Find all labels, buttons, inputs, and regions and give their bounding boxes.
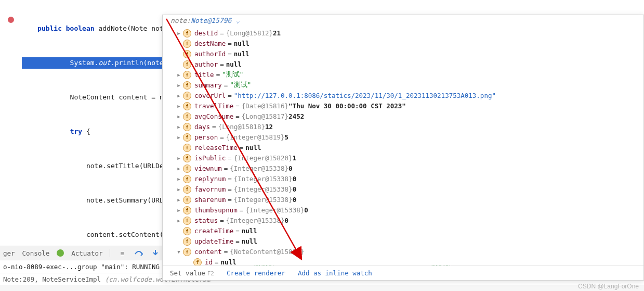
expand-icon[interactable]: ▼ (176, 249, 181, 255)
variable-row[interactable]: ▶fsummary= "测试" (163, 80, 643, 91)
tab-debugger[interactable]: ger (3, 249, 15, 257)
chevron-down-icon[interactable]: ⌄ (235, 17, 240, 24)
add-inline-watch-action[interactable]: Add as inline watch (298, 269, 372, 277)
field-icon: f (183, 237, 191, 246)
expand-icon[interactable]: ▶ (176, 166, 181, 171)
variable-row[interactable]: ▶fdestId= {Long@15812} 21 (163, 28, 643, 39)
expand-icon[interactable]: ▶ (176, 187, 181, 192)
variable-value: "测试" (222, 70, 243, 79)
variable-row[interactable]: fdestName= null (163, 39, 643, 49)
field-icon: f (183, 217, 191, 225)
variable-row[interactable]: freleaseTime= null (163, 143, 643, 153)
variable-row[interactable]: ▶freplynum= {Integer@15338} 0 (163, 174, 643, 184)
variable-row[interactable]: ▼fcontent= {NoteContent@15811} (163, 247, 643, 257)
variable-row[interactable]: ▶ftitle= "测试" (163, 70, 643, 80)
variable-name: replynum (194, 175, 226, 183)
restart-frame-icon[interactable]: ≡ (117, 248, 127, 258)
field-icon: f (183, 248, 191, 256)
create-renderer-action[interactable]: Create renderer (227, 269, 285, 277)
variable-row[interactable]: fauthorId= null (163, 49, 643, 59)
variable-type: {Integer@15338} (234, 185, 293, 193)
variable-value: 5 (285, 133, 289, 141)
variable-type: {Integer@15338} (234, 175, 293, 183)
variable-row[interactable]: ▶fviewnum= {Integer@15338} 0 (163, 163, 643, 174)
variable-type: {Long@15812} (226, 29, 273, 37)
variable-name: viewnum (194, 165, 222, 172)
variable-type: {Integer@15338} (245, 206, 304, 214)
variable-row[interactable]: ▶ftravelTime= {Date@15816} "Thu Nov 30 0… (163, 101, 643, 111)
variables-tree[interactable]: ▶fdestId= {Long@15812} 21fdestName= null… (163, 26, 643, 265)
variable-row[interactable]: ▶fsharenum= {Integer@15338} 0 (163, 195, 643, 205)
set-value-action[interactable]: Set valueF2 (170, 269, 214, 277)
tab-actuator[interactable]: Actuator (71, 249, 102, 257)
debug-variables-popup[interactable]: note: Note@15796 ⌄ ▶fdestId= {Long@15812… (162, 15, 644, 281)
variable-value: 0 (293, 175, 297, 183)
variable-row[interactable]: fupdateTime= null (163, 236, 643, 247)
variable-row[interactable]: ▶fisPublic= {Integer@15820} 1 (163, 153, 643, 163)
variable-row[interactable]: ▶fdays= {Long@15818} 12 (163, 122, 643, 132)
field-icon: f (183, 81, 191, 90)
variable-row[interactable]: ▶fcoverUrl= "http://127.0.0.1:8086/stati… (163, 91, 643, 101)
field-icon: f (183, 50, 191, 58)
expand-icon[interactable]: ▶ (176, 83, 181, 88)
variable-type: {Integer@15338} (226, 217, 285, 224)
popup-header-value: Note@15796 (191, 17, 231, 24)
variable-value: 0 (304, 206, 308, 214)
field-icon: f (183, 165, 191, 173)
expand-icon[interactable]: ▶ (176, 72, 181, 78)
variable-row[interactable]: fauthor= null (163, 59, 643, 70)
expand-icon[interactable]: ▶ (176, 135, 181, 140)
variable-value: 12 (265, 123, 273, 131)
variable-name: avgConsume (194, 112, 233, 120)
variable-name: person (194, 133, 218, 141)
field-icon: f (183, 29, 191, 37)
variable-type: {Long@15817} (242, 112, 288, 120)
expand-icon[interactable]: ▶ (176, 197, 181, 203)
popup-header-label: note: (170, 17, 191, 24)
variable-row[interactable]: ▶fthumbsupnum= {Integer@15338} 0 (163, 205, 643, 216)
variable-name: travelTime (194, 102, 233, 110)
expand-icon[interactable]: ▶ (176, 104, 181, 109)
field-icon: f (183, 102, 191, 110)
step-over-icon[interactable] (134, 248, 143, 258)
step-into-icon[interactable] (151, 248, 160, 258)
variable-value: 1 (293, 154, 297, 162)
expand-icon[interactable]: ▶ (176, 176, 181, 182)
expand-icon[interactable]: ▶ (176, 218, 181, 223)
expand-icon[interactable]: ▶ (176, 93, 181, 98)
variable-row[interactable]: ▶ffavornum= {Integer@15338} 0 (163, 184, 643, 195)
variable-value: null (245, 144, 261, 151)
field-icon: f (183, 40, 191, 48)
field-icon: f (183, 144, 191, 152)
frame-location: Note:209, NoteServiceImpl (3, 275, 105, 283)
expand-icon[interactable]: ▶ (176, 31, 181, 36)
variable-name: isPublic (194, 154, 226, 162)
tab-console[interactable]: Console (22, 249, 50, 257)
expand-icon[interactable]: ▶ (176, 208, 181, 213)
popup-header: note: Note@15796 ⌄ (163, 15, 643, 26)
variable-value: 0 (293, 185, 297, 193)
field-icon: f (183, 112, 191, 121)
expand-icon[interactable]: ▶ (176, 114, 181, 119)
variable-value: "Thu Nov 30 00:00:00 CST 2023" (288, 102, 406, 110)
expand-icon[interactable]: ▶ (176, 156, 181, 161)
field-icon: f (183, 227, 191, 235)
variable-value: "http://127.0.0.1:8086/statics/2023/11/3… (234, 92, 496, 99)
variable-value: null (234, 40, 249, 47)
variable-type: {Integer@15338} (234, 196, 293, 204)
variable-row[interactable]: ▶favgConsume= {Long@15817} 2452 (163, 111, 643, 122)
variable-name: days (194, 123, 210, 131)
expand-icon[interactable]: ▶ (176, 124, 181, 130)
breakpoint-icon[interactable] (8, 17, 14, 23)
variable-value: null (242, 227, 257, 235)
field-icon: f (183, 133, 191, 142)
variable-row[interactable]: ▶fstatus= {Integer@15338} 0 (163, 216, 643, 226)
variable-row[interactable]: fcreateTime= null (163, 226, 643, 236)
variable-name: summary (194, 81, 222, 89)
variable-type: {Integer@15819} (226, 133, 285, 141)
thread-name[interactable]: o-nio-8089-exec-...group "main": RUNNING (3, 263, 160, 271)
field-icon: f (183, 206, 191, 214)
spring-icon (57, 249, 64, 257)
variable-row[interactable]: ▶fperson= {Integer@15819} 5 (163, 132, 643, 143)
editor-gutter[interactable] (0, 0, 22, 232)
